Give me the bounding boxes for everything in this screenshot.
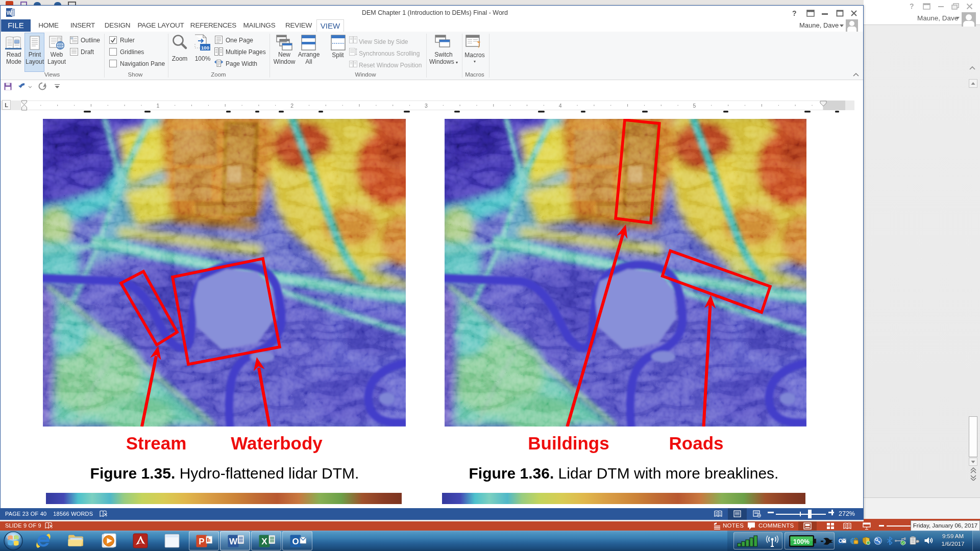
svg-text:W: W (7, 10, 12, 16)
svg-text:P: P (199, 537, 204, 546)
svg-text:X: X (261, 537, 267, 546)
svg-text:W: W (229, 537, 238, 546)
svg-text:3: 3 (425, 103, 428, 109)
svg-text:100%: 100% (793, 538, 810, 545)
svg-text:1: 1 (156, 103, 159, 109)
svg-text:4: 4 (559, 103, 562, 109)
svg-text:2: 2 (290, 103, 293, 109)
svg-text:O: O (292, 537, 299, 546)
svg-text:5: 5 (693, 103, 696, 109)
svg-text:100: 100 (201, 45, 209, 51)
